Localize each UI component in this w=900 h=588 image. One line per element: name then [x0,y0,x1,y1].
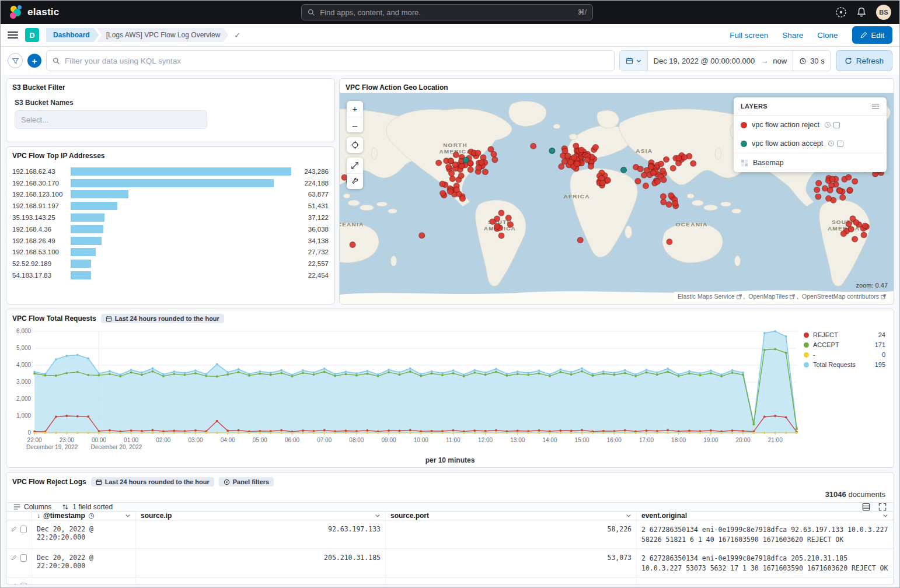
legend-item[interactable]: Total Requests 195 [804,361,885,368]
row-checkbox[interactable] [20,554,27,562]
space-badge[interactable]: D [25,28,39,42]
table-row[interactable]: Dec 20, 2022 @ 22:20:20.000 92.63.197.13… [6,520,894,549]
ip-bar[interactable] [71,237,291,245]
menu-hamburger-icon[interactable] [8,32,18,38]
clone-button[interactable]: Clone [817,31,838,40]
ip-bar[interactable] [71,271,291,279]
ip-bar[interactable] [71,260,291,268]
layer-time-icon [824,121,831,128]
sort-fields-button[interactable]: 1 field sorted [62,503,113,511]
time-range-end[interactable]: now [768,57,793,65]
time-badge[interactable]: Last 24 hours rounded to the hour [91,477,214,487]
svg-text:22:00: 22:00 [27,437,43,443]
share-button[interactable]: Share [782,31,803,40]
svg-text:17:00: 17:00 [639,437,654,443]
user-avatar[interactable]: BS [876,5,891,20]
notifications-bell-icon[interactable] [856,7,867,18]
layer-checkbox[interactable] [837,141,843,147]
legend-item[interactable]: ACCEPT 171 [804,341,885,348]
svg-text:00:00: 00:00 [92,437,107,443]
fullscreen-icon[interactable] [878,503,887,511]
time-range-start[interactable]: Dec 19, 2022 @ 00:00:00.000 [648,57,761,65]
header-source-ip[interactable]: source.ip [136,512,386,520]
breadcrumb-dashboard[interactable]: Dashboard [46,28,99,42]
zoom-in-button[interactable]: + [347,101,363,117]
chevron-down-icon [636,58,641,64]
time-badge[interactable]: Last 24 hours rounded to the hour [101,314,224,323]
panel-filters-badge[interactable]: Panel filters [219,477,274,487]
bar-row: 35.193.143.25 37,122 [12,212,329,223]
fit-bounds-button[interactable] [347,158,363,173]
ip-value: 51,431 [295,202,329,209]
map-tools-button[interactable] [347,173,363,189]
world-map[interactable]: NORTHAMERICASOUTHAMERICAAFRICAASIAOCEANI… [340,93,894,304]
saved-query-icon[interactable] [8,53,23,68]
bar-row: 192.168.91.197 51,431 [12,200,329,212]
ip-bar[interactable] [71,190,291,198]
global-search-placeholder: Find apps, content, and more. [320,8,421,17]
row-checkbox[interactable] [20,583,27,585]
ip-bar[interactable] [71,225,291,233]
crosshair-locate-button[interactable] [347,137,363,153]
attribution-link[interactable]: OpenMapTiles [748,293,788,300]
edit-button[interactable]: Edit [852,26,892,44]
layer-item-basemap[interactable]: Basemap [734,153,887,172]
ip-bar[interactable] [71,248,291,256]
svg-text:05:00: 05:00 [253,437,268,443]
table-row[interactable]: Dec 20, 2022 @ 22:20:20.000 205.210.31.1… [6,549,894,578]
svg-text:December 19, 2022: December 19, 2022 [26,444,78,450]
attribution-link[interactable]: OpenStreetMap contributors [802,293,879,300]
ip-bar[interactable] [71,214,291,222]
legend-item[interactable]: - 0 [804,351,885,358]
layer-item-reject[interactable]: vpc flow action reject [734,116,887,134]
attribution-link[interactable]: Elastic Maps Service [678,293,734,300]
cell-event-original: 2 627286350134 eni-0e1999c8e7918dfca 205… [637,549,894,577]
chevron-down-icon[interactable] [626,513,632,519]
edit-row-icon[interactable] [11,526,17,533]
layer-checkbox[interactable] [833,122,840,128]
map-zoom-level: zoom: 0.47 [856,282,888,289]
edit-row-icon[interactable] [11,554,17,561]
zoom-out-button[interactable]: – [347,117,363,132]
ip-bar[interactable] [71,202,291,210]
add-filter-button[interactable]: + [27,54,41,68]
date-picker-button[interactable] [620,51,648,71]
panel-title: VPC Flow Reject Logs [12,478,86,486]
header-source-port[interactable]: source.port [386,512,637,520]
ip-bar[interactable] [71,167,291,176]
svg-text:12:00: 12:00 [478,437,493,443]
search-icon [53,57,60,65]
legend-item[interactable]: REJECT 24 [804,331,885,338]
header-event-original[interactable]: event.original [637,512,894,520]
ip-value: 36,038 [295,226,329,233]
edit-row-icon[interactable] [11,583,17,585]
header-controls-cell [6,512,32,520]
map-layers-panel: LAYERS vpc flow action reject vpc flo [734,97,887,172]
cell-source-ip: 92.63.197.133 [136,520,386,548]
columns-icon [13,503,20,510]
chevron-down-icon[interactable] [125,513,131,519]
layer-label: Basemap [753,159,784,167]
row-checkbox[interactable] [20,526,27,533]
global-search-input[interactable]: Find apps, content, and more. ⌘/ [301,4,593,20]
elastic-brand[interactable]: elastic [9,5,59,19]
svg-text:08:00: 08:00 [349,437,364,443]
full-screen-button[interactable]: Full screen [730,31,768,40]
chevron-down-icon[interactable] [375,513,381,519]
external-link-icon [737,294,742,299]
collapse-layers-icon[interactable] [871,103,880,110]
panel-geo-location: VPC Flow Action Geo Location [339,78,894,304]
refresh-button[interactable]: Refresh [836,50,892,71]
columns-button[interactable]: Columns [13,503,51,511]
display-density-icon[interactable] [862,503,870,511]
ip-bar[interactable] [71,179,291,187]
help-icon[interactable] [835,6,847,18]
total-requests-chart[interactable]: 01,0002,0003,0004,0005,0006,00022:0023:0… [8,327,804,456]
layer-item-accept[interactable]: vpc flow action accept [734,134,887,153]
table-row[interactable] [6,578,894,585]
header-timestamp[interactable]: ↓ @timestamp [32,512,136,520]
kql-filter-input[interactable]: Filter your data using KQL syntax [46,50,615,71]
chevron-down-icon[interactable] [882,513,888,519]
s3-bucket-select[interactable]: Select... [15,110,207,129]
refresh-interval-button[interactable]: 30 s [793,51,831,71]
